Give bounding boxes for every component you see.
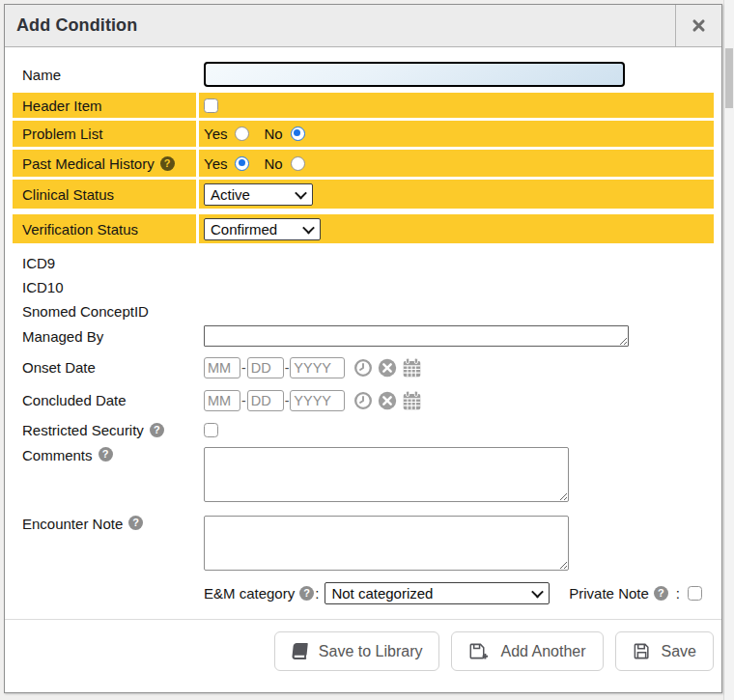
onset-calendar-button[interactable] <box>402 357 422 378</box>
row-onset-date: Onset Date - - <box>13 352 714 382</box>
em-category-value: Not categorized <box>331 585 433 602</box>
row-restricted-security: Restricted Security ? <box>13 417 714 442</box>
problem-list-no-label: No <box>264 126 282 142</box>
clock-icon <box>353 358 373 378</box>
restricted-security-label: Restricted Security <box>22 422 144 438</box>
onset-now-button[interactable] <box>353 358 373 378</box>
row-clinical-status: Clinical Status Active <box>13 180 714 209</box>
help-icon[interactable]: ? <box>128 516 143 530</box>
add-condition-dialog: Add Condition Name Header Item Problem L… <box>4 4 722 693</box>
encounter-note-textarea[interactable] <box>204 516 569 571</box>
pmh-no-radio[interactable] <box>291 156 305 171</box>
floppy-save-icon <box>633 642 651 660</box>
pmh-yes-label: Yes <box>204 155 227 172</box>
concluded-calendar-button[interactable] <box>402 390 422 411</box>
date-separator: - <box>241 393 246 408</box>
dialog-body: Name Header Item Problem List Yes No Pas… <box>5 47 721 605</box>
name-label: Name <box>22 67 61 83</box>
chevron-down-icon <box>302 221 315 234</box>
managed-by-label: Managed By <box>22 328 103 345</box>
verification-status-label: Verification Status <box>22 221 138 238</box>
add-another-label: Add Another <box>500 643 585 660</box>
dialog-titlebar: Add Condition <box>5 5 721 47</box>
clinical-status-label: Clinical Status <box>22 186 114 203</box>
book-icon <box>291 643 309 659</box>
row-icd9: ICD9 <box>13 251 714 275</box>
help-icon[interactable]: ? <box>99 447 113 462</box>
pmh-no-label: No <box>264 155 282 172</box>
private-note-checkbox[interactable] <box>688 586 702 601</box>
restricted-security-checkbox[interactable] <box>204 423 218 437</box>
chevron-down-icon <box>532 585 545 598</box>
row-problem-list: Problem List Yes No <box>13 121 714 147</box>
onset-date-label: Onset Date <box>22 359 96 376</box>
onset-clear-button[interactable] <box>378 358 397 378</box>
pmh-yes-radio[interactable] <box>235 156 249 171</box>
chevron-down-icon <box>295 186 307 199</box>
onset-date-year-input[interactable] <box>290 357 345 378</box>
row-em-category: E&M category ? : Not categorized Private… <box>13 580 714 605</box>
header-item-label: Header Item <box>22 98 102 114</box>
save-label: Save <box>662 643 696 660</box>
save-to-library-label: Save to Library <box>319 643 423 660</box>
encounter-note-label: Encounter Note <box>22 516 123 532</box>
help-icon[interactable]: ? <box>654 586 668 601</box>
problem-list-no-radio[interactable] <box>291 126 305 141</box>
em-category-label: E&M category <box>204 585 295 602</box>
dialog-title: Add Condition <box>5 5 675 46</box>
verification-status-select[interactable]: Confirmed <box>204 218 321 240</box>
concluded-now-button[interactable] <box>353 391 373 410</box>
close-icon <box>692 18 706 33</box>
past-medical-history-label: Past Medical History <box>22 155 155 172</box>
save-plus-icon <box>468 642 490 660</box>
onset-date-month-input[interactable] <box>204 357 240 378</box>
save-to-library-button[interactable]: Save to Library <box>274 631 440 671</box>
problem-list-yes-label: Yes <box>204 126 227 142</box>
concluded-clear-button[interactable] <box>378 391 397 410</box>
concluded-date-day-input[interactable] <box>247 390 284 411</box>
page-scrollbar[interactable] <box>723 0 734 700</box>
clinical-status-select[interactable]: Active <box>204 183 313 206</box>
icd9-label: ICD9 <box>22 255 55 271</box>
add-another-button[interactable]: Add Another <box>451 631 603 671</box>
em-category-select[interactable]: Not categorized <box>325 582 550 604</box>
help-icon[interactable]: ? <box>160 156 175 171</box>
date-separator: - <box>285 393 290 408</box>
row-comments: Comments ? <box>13 444 714 504</box>
row-name: Name <box>13 60 714 89</box>
row-encounter-note: Encounter Note ? <box>13 513 714 573</box>
x-circle-icon <box>378 358 397 378</box>
concluded-date-month-input[interactable] <box>204 390 240 411</box>
concluded-date-label: Concluded Date <box>22 392 127 408</box>
clinical-status-value: Active <box>211 186 250 203</box>
calendar-icon <box>402 390 422 411</box>
header-item-checkbox[interactable] <box>204 98 218 113</box>
concluded-date-year-input[interactable] <box>290 390 345 411</box>
x-circle-icon <box>378 391 397 410</box>
save-button[interactable]: Save <box>615 631 714 671</box>
name-input[interactable] <box>204 62 625 87</box>
row-verification-status: Verification Status Confirmed <box>13 214 714 243</box>
private-note-label: Private Note <box>569 585 649 602</box>
problem-list-label: Problem List <box>22 126 102 142</box>
comments-label: Comments <box>22 447 93 463</box>
date-separator: - <box>285 360 290 376</box>
row-snomed-conceptid: Snomed ConceptID <box>13 299 714 323</box>
close-button[interactable] <box>675 5 721 46</box>
icd10-label: ICD10 <box>22 279 64 295</box>
calendar-icon <box>402 357 422 378</box>
verification-status-value: Confirmed <box>211 221 277 238</box>
private-note-colon: : <box>676 585 680 602</box>
help-icon[interactable]: ? <box>299 586 314 601</box>
row-past-medical-history: Past Medical History ? Yes No <box>13 150 714 177</box>
row-icd10: ICD10 <box>13 275 714 299</box>
date-separator: - <box>241 360 246 376</box>
managed-by-input[interactable] <box>204 325 629 347</box>
page-scrollbar-thumb[interactable] <box>725 48 733 108</box>
help-icon[interactable]: ? <box>150 423 164 437</box>
row-concluded-date: Concluded Date - - <box>13 385 714 415</box>
problem-list-yes-radio[interactable] <box>235 126 249 141</box>
comments-textarea[interactable] <box>204 447 569 502</box>
onset-date-day-input[interactable] <box>247 357 284 378</box>
row-managed-by: Managed By <box>13 323 714 349</box>
